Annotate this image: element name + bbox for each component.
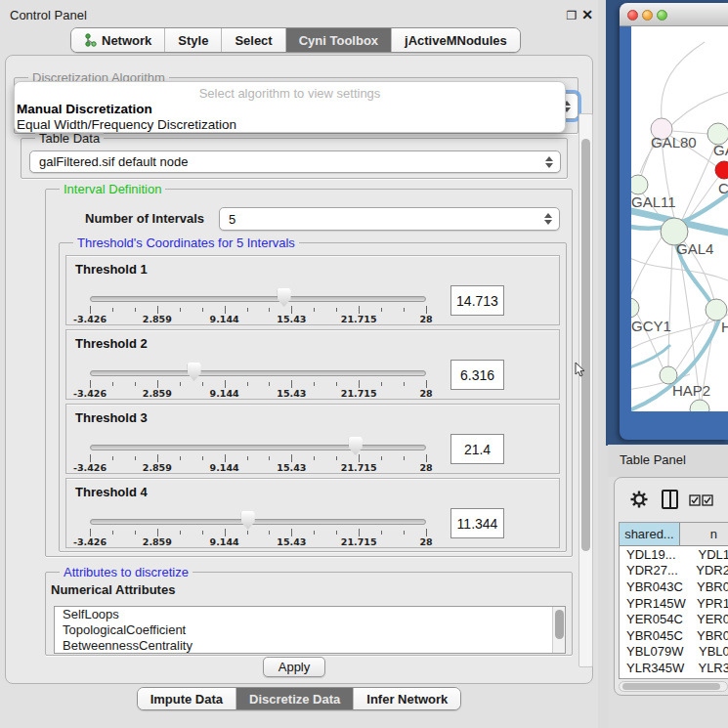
table-row[interactable]: YIL052CYIL0 [620,676,728,679]
algorithm-dropdown-popup: Select algorithm to view settings Manual… [14,81,566,133]
threshold-4-slider[interactable] [90,519,426,525]
node-partial-right[interactable] [706,299,727,321]
group-title: Threshold's Coordinates for 5 Intervals [73,236,299,250]
table-row[interactable]: YDR27...YDR2 [620,563,728,579]
network-graph: GAL80 GA C GAL11 GAL4 GCY1 H HAP2 [631,26,728,411]
tab-network[interactable]: Network [71,28,165,52]
tab-discretize-data[interactable]: Discretize Data [236,688,354,709]
node-label: HAP2 [672,382,710,399]
tab-style[interactable]: Style [165,28,222,52]
table-data-value: galFiltered.sif default node [39,154,188,169]
number-of-intervals-combobox[interactable]: 5 [219,207,560,231]
group-title: Interval Definition [60,182,165,196]
threshold-3-slider[interactable] [90,445,426,450]
table-data-combobox[interactable]: galFiltered.sif default node [29,150,561,173]
table-horizontal-scrollbar[interactable] [619,681,728,692]
threshold-2-row: Threshold 2 -3.426 2.859 9.144 15.43 21.… [65,329,560,400]
gear-icon[interactable] [629,490,649,509]
dropdown-option-equal-width-frequency[interactable]: Equal Width/Frequency Discretization [17,117,236,132]
tab-label: Network [102,33,151,48]
table-row[interactable]: YBL079WYBL0 [620,644,728,661]
scrollbar-thumb[interactable] [555,610,564,639]
list-scrollbar[interactable] [552,607,565,653]
threshold-1-slider-thumb[interactable] [278,288,291,307]
close-icon[interactable]: ✕ [580,7,594,22]
table-panel: shared... n YDL19...YDL1 YDR27...YDR2 YB… [614,477,728,696]
float-window-icon[interactable]: ❐ [565,9,578,22]
threshold-3-row: Threshold 3 -3.426 2.859 9.144 15.43 21.… [65,404,560,474]
node-attribute-table[interactable]: shared... n YDL19...YDL1 YDR27...YDR2 YB… [619,522,728,679]
tab-infer-network[interactable]: Infer Network [354,688,460,709]
scrollbar-thumb[interactable] [622,683,720,690]
minimize-traffic-light-icon[interactable] [642,10,653,21]
table-row[interactable]: YPR145WYPR1 [620,595,728,612]
node-label: GAL4 [676,240,713,257]
slider-ticks [90,306,426,314]
tab-select[interactable]: Select [222,28,285,52]
node-selected-red[interactable] [715,161,728,179]
numerical-attributes-label: Numerical Attributes [51,582,175,597]
table-row[interactable]: YDL19...YDL1 [620,546,728,563]
checkbox-columns-icon[interactable] [689,494,714,506]
group-title: Attributes to discretize [60,565,193,579]
number-of-intervals-label: Number of Intervals [85,211,204,226]
threshold-2-slider[interactable] [90,370,426,376]
threshold-2-slider-thumb[interactable] [188,363,201,381]
column-header-name[interactable]: n [680,523,728,546]
slider-ticks [90,380,426,388]
tab-impute-data[interactable]: Impute Data [138,688,236,709]
combo-stepper-icon [545,156,553,168]
number-of-intervals-value: 5 [229,212,236,227]
node-partial-bottom[interactable] [690,400,709,411]
threshold-4-slider-thumb[interactable] [241,511,255,530]
list-item[interactable]: BetweennessCentrality [55,638,565,654]
control-panel: Control Panel ❐ ✕ Network Style Select C… [0,0,598,728]
zoom-traffic-light-icon[interactable] [657,10,667,21]
threshold-4-value-field[interactable]: 11.344 [450,508,504,538]
table-panel-header: Table Panel [608,445,728,477]
table-row[interactable]: YBR045CYBR0 [620,627,728,644]
mouse-cursor [575,362,586,378]
threshold-3-value-field[interactable]: 21.4 [450,434,504,464]
network-icon [84,33,97,47]
threshold-1-slider[interactable] [90,296,426,302]
interval-definition-group: Interval Definition Number of Intervals … [45,189,573,557]
threshold-4-row: Threshold 4 -3.426 2.859 9.144 15.43 21.… [65,478,560,548]
threshold-1-row: Threshold 1 -3.426 2.859 9.144 15.43 21.… [65,255,560,325]
table-header-row: shared... n [620,523,728,546]
threshold-3-slider-thumb[interactable] [349,437,363,455]
node-gal11[interactable] [631,175,648,194]
list-item[interactable]: SelfLoops [55,607,565,622]
network-window-titlebar[interactable] [620,3,728,26]
split-panel-icon[interactable] [662,490,678,509]
threshold-2-value-field[interactable]: 6.316 [450,360,504,390]
dropdown-option-manual-discretization[interactable]: Manual Discretization [17,102,152,116]
tab-cyni-toolbox[interactable]: Cyni Toolbox [286,28,392,52]
combo-stepper-icon [544,213,552,225]
tab-jactivemnodules[interactable]: jActiveMNodules [392,28,520,52]
scrollbar-thumb[interactable] [581,139,590,551]
attributes-to-discretize-group: Attributes to discretize Numerical Attri… [45,572,573,656]
close-traffic-light-icon[interactable] [627,10,638,21]
table-row[interactable]: YBR043CYBR0 [620,578,728,595]
threshold-coordinates-group: Threshold's Coordinates for 5 Intervals … [59,242,567,552]
node-label: GAL11 [631,193,676,210]
group-title: Table Data [35,131,104,146]
node-label: H [721,319,728,335]
network-canvas[interactable]: GAL80 GA C GAL11 GAL4 GCY1 H HAP2 [631,26,728,411]
list-item[interactable]: TopologicalCoefficient [55,622,565,638]
table-row[interactable]: YLR345WYLR3 [620,660,728,676]
column-header-shared-name[interactable]: shared... [620,523,680,546]
cyni-toolbox-panel: Discretization Algorithm Select algorith… [5,55,593,684]
panel-scrollbar[interactable] [578,113,593,667]
slider-ticks [90,529,426,536]
threshold-1-value-field[interactable]: 14.713 [450,285,504,316]
dropdown-prompt: Select algorithm to view settings [15,86,565,101]
apply-button[interactable]: Apply [263,657,325,677]
table-row[interactable]: YER054CYER0 [620,611,728,627]
numerical-attributes-list[interactable]: SelfLoops TopologicalCoefficient Between… [54,606,566,654]
node-label: GAL80 [651,134,697,150]
top-tab-bar: Network Style Select Cyni Toolbox jActiv… [70,27,521,53]
table-data-group: Table Data galFiltered.sif default node [21,138,568,179]
node-label: C [718,180,728,196]
